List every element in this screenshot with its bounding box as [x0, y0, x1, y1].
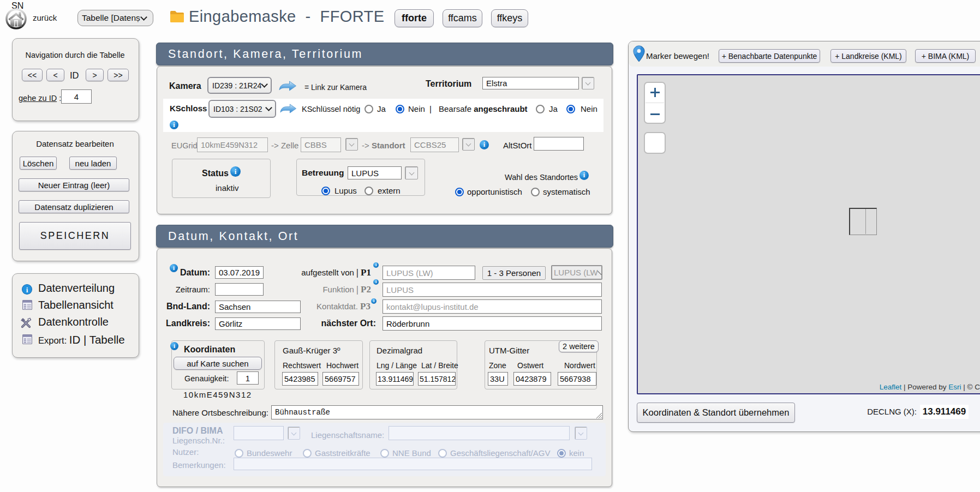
svg-text:i: i	[26, 286, 28, 294]
